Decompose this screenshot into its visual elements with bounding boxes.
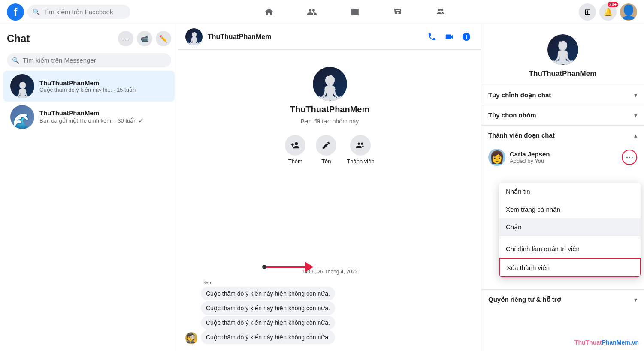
section-privacy-header[interactable]: Quyền riêng tư & hỗ trợ ▾ — [481, 290, 644, 309]
chat-name-2: ThuThuatPhanMem — [39, 109, 168, 117]
dropdown-item-xoa[interactable]: Xóa thành viên — [499, 258, 641, 277]
chat-action-members-label: Thành viên — [347, 158, 374, 165]
dropdown-item-chi-dinh[interactable]: Chỉ định làm quản trị viên — [499, 240, 641, 258]
red-arrow — [262, 259, 314, 275]
section-customize: Tùy chỉnh đoạn chat ▾ — [481, 85, 644, 105]
chat-intro-avatar: 🧘 — [313, 67, 347, 101]
chevron-up-icon: ▴ — [634, 132, 637, 139]
chat-action-add-label: Thêm — [288, 158, 302, 165]
dropdown-menu: Nhắn tin Xem trang cá nhân Chặn Chỉ định… — [499, 183, 641, 277]
dropdown-item-nhan-tin[interactable]: Nhắn tin — [499, 183, 641, 201]
msg-4: Cuộc thăm dò ý kiến này hiện không còn n… — [201, 330, 335, 344]
groups-icon — [435, 7, 446, 17]
fb-logo[interactable]: f — [7, 3, 24, 21]
member-more-btn[interactable]: ⋯ — [622, 150, 637, 165]
edit-icon — [321, 141, 331, 150]
chat-action-name-label: Tên — [321, 158, 331, 165]
section-members-label: Thành viên đoạn chat — [488, 132, 555, 139]
section-privacy-label: Quyền riêng tư & hỗ trợ — [488, 296, 561, 303]
call-btn[interactable] — [424, 29, 440, 45]
svg-marker-5 — [305, 262, 314, 272]
chat-intro: 🧘 ThuThuatPhanMem Bạn đã tạo nhóm này — [185, 57, 474, 132]
dropdown-item-xem-trang[interactable]: Xem trang cá nhân — [499, 201, 641, 218]
chat-action-name[interactable]: Tên — [316, 135, 336, 165]
watermark-vn: .vn — [630, 339, 639, 346]
chevron-down-icon-1: ▾ — [634, 112, 637, 119]
chat-panel: 🧘 ThuThuatPhanMem 🧘 — [178, 24, 481, 351]
info-icon — [462, 32, 471, 42]
seo-avatar: 🕵️ — [185, 332, 197, 344]
chat-item[interactable]: 🧘 ThuThuatPhanMem Cuộc thăm dò ý kiến nà… — [3, 71, 175, 102]
notification-btn[interactable]: 🔔 20+ — [599, 3, 617, 21]
chat-header-name: ThuThuatPhanMem — [208, 33, 419, 41]
top-nav: f 🔍 ⊞ 🔔 20+ 👤 — [0, 0, 644, 24]
sidebar-video-btn[interactable]: 📹 — [137, 31, 152, 46]
chat-intro-name: ThuThuatPhanMem — [290, 105, 370, 114]
dropdown-item-chan[interactable]: Chặn — [499, 218, 641, 236]
watermark-thu: ThuThuat — [574, 339, 602, 346]
sidebar-compose-btn[interactable]: ✏️ — [156, 31, 171, 46]
right-profile: 🧘 ThuThuatPhanMem — [481, 24, 644, 85]
member-avatar: 👩 — [488, 149, 505, 166]
section-group-header[interactable]: Tùy chọn nhóm ▾ — [481, 105, 644, 125]
msg-3: Cuộc thăm dò ý kiến này hiện không còn n… — [201, 316, 335, 330]
chevron-down-icon-2: ▾ — [634, 296, 637, 303]
home-icon — [264, 7, 274, 17]
member-row: 👩 Carla Jepsen Added by You ⋯ — [481, 145, 644, 169]
chat-timestamp: 14:06, 26 Tháng 4, 2022 — [185, 264, 474, 280]
info-btn[interactable] — [459, 29, 474, 45]
profile-avatar[interactable]: 👤 — [620, 3, 637, 21]
watermark-phan: PhanMem — [602, 339, 630, 346]
chat-action-add[interactable]: Thêm — [285, 135, 305, 165]
chat-info-2: ThuThuatPhanMem Bạn đã gửi một file đính… — [39, 109, 168, 125]
section-members-header[interactable]: Thành viên đoạn chat ▴ — [481, 126, 644, 145]
nav-store-btn[interactable] — [377, 2, 418, 22]
section-privacy: Quyền riêng tư & hỗ trợ ▾ — [481, 289, 644, 309]
chat-action-members[interactable]: Thành viên — [347, 135, 374, 165]
nav-home-btn[interactable] — [248, 2, 290, 22]
watermark: ThuThuatPhanMem.vn — [574, 339, 639, 346]
right-avatar: 🧘 — [547, 34, 578, 65]
chat-intro-sub: Bạn đã tạo nhóm này — [301, 118, 359, 125]
chat-avatar: 🧘 — [10, 74, 34, 98]
notification-badge: 20+ — [608, 2, 618, 7]
search-input[interactable] — [43, 8, 125, 15]
members-icon — [356, 141, 365, 150]
msg-2: Cuộc thăm dò ý kiến này hiện không còn n… — [201, 301, 335, 315]
store-icon — [393, 7, 403, 17]
video-call-btn[interactable] — [441, 29, 457, 45]
seo-label: Seo — [185, 280, 474, 285]
svg-point-6 — [262, 265, 266, 269]
section-customize-header[interactable]: Tùy chỉnh đoạn chat ▾ — [481, 85, 644, 105]
messenger-search-input[interactable] — [23, 57, 166, 64]
chat-list: 🧘 ThuThuatPhanMem Cuộc thăm dò ý kiến nà… — [0, 71, 178, 351]
member-sub: Added by You — [510, 158, 617, 164]
search-box[interactable]: 🔍 — [27, 5, 130, 19]
chat-preview-2: Bạn đã gửi một file đính kèm. · 30 tuần … — [39, 117, 168, 125]
sidebar-more-btn[interactable]: ⋯ — [118, 31, 133, 46]
grid-btn[interactable]: ⊞ — [579, 3, 596, 21]
svg-point-2 — [438, 9, 441, 11]
chat-info: ThuThuatPhanMem Cuộc thăm dò ý kiến này … — [39, 79, 168, 93]
chat-actions-row: Thêm Tên Thành viên — [185, 135, 474, 165]
nav-groups-btn[interactable] — [420, 2, 461, 22]
chat-msg-seo: Seo 🕵️ Cuộc thăm dò ý kiến này hiện khôn… — [185, 280, 474, 344]
chat-header-avatar: 🧘 — [185, 28, 203, 45]
chat-name: ThuThuatPhanMem — [39, 79, 168, 87]
phone-icon — [427, 32, 437, 42]
svg-point-3 — [441, 9, 443, 11]
bell-icon: 🔔 — [603, 7, 613, 17]
video-call-icon — [444, 32, 454, 42]
avatar-icon: 👤 — [620, 5, 637, 19]
grid-icon: ⊞ — [584, 7, 591, 17]
nav-friends-btn[interactable] — [291, 2, 333, 22]
right-name: ThuThuatPhanMem — [529, 69, 597, 78]
add-person-icon — [290, 141, 300, 150]
chat-body: 🧘 ThuThuatPhanMem Bạn đã tạo nhóm này Th… — [178, 50, 481, 351]
member-info: Carla Jepsen Added by You — [510, 150, 617, 164]
search-icon: 🔍 — [33, 9, 40, 15]
chat-item[interactable]: 🌊 ThuThuatPhanMem Bạn đã gửi một file đí… — [3, 102, 175, 132]
chevron-down-icon-0: ▾ — [634, 92, 637, 99]
nav-video-btn[interactable] — [334, 2, 375, 22]
video-icon — [350, 7, 360, 17]
